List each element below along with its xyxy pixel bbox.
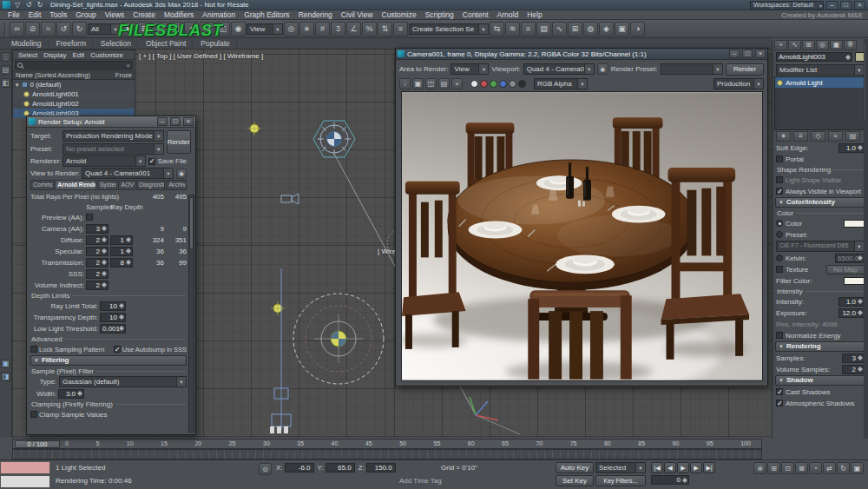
undo-icon[interactable]: ↺ (24, 1, 33, 10)
area-to-render-dropdown[interactable]: View (450, 63, 489, 75)
menu-item[interactable]: Content (458, 10, 493, 19)
explorer-row[interactable]: ArnoldLight001 (13, 89, 135, 99)
zoom-extents-all-icon[interactable]: ⊠ (795, 462, 808, 474)
light-color-swatch[interactable] (844, 220, 865, 228)
display-rgb-button[interactable] (470, 80, 478, 88)
tab-diagnostics[interactable]: Diagnostics (136, 180, 165, 190)
lock-viewport-icon[interactable]: ◉ (597, 63, 608, 75)
selection-lock-icon[interactable]: ⊙ (259, 463, 272, 475)
workspaces-dropdown[interactable]: Workspaces: Default (750, 1, 824, 10)
menu-item[interactable]: Modifiers (160, 10, 198, 19)
display-mono-button[interactable] (509, 80, 516, 88)
ribbon-tab[interactable]: Modeling (5, 39, 49, 48)
command-panel-scrollbar[interactable] (864, 39, 868, 439)
viewport-label[interactable]: [ + ] [ Top ] [ User Defined ] [ Wirefra… (139, 52, 263, 60)
save-image-icon[interactable]: ↓ (399, 78, 411, 89)
maxscript-mini-listener-macro[interactable] (0, 461, 50, 474)
always-visible-checkbox[interactable] (776, 188, 783, 195)
ribbon-tab[interactable]: Freeform (50, 39, 93, 48)
dock-icon[interactable]: ◨ (1, 372, 10, 381)
go-to-end-button[interactable]: ▶| (703, 462, 715, 473)
close-button[interactable]: × (755, 50, 766, 58)
maximize-button[interactable]: □ (742, 50, 753, 58)
preset-radio[interactable] (776, 231, 783, 238)
samples-spinner[interactable]: 2 (86, 281, 108, 290)
orbit-icon[interactable]: ↻ (837, 462, 850, 474)
menu-item[interactable]: Customize (378, 10, 421, 19)
depth-spinner[interactable]: 10 (100, 313, 126, 322)
undo-icon[interactable]: ↺ (56, 22, 71, 36)
filter-type-dropdown[interactable]: Gaussian (default) (59, 376, 187, 387)
menu-item[interactable]: Group (71, 10, 101, 19)
render-button[interactable]: Render (167, 130, 191, 154)
preset-dropdown[interactable]: No preset selected (62, 143, 164, 155)
minimize-button[interactable]: – (826, 1, 838, 10)
coordinate-display[interactable]: Y:65.0 (318, 463, 355, 472)
display-alpha-button[interactable] (518, 80, 526, 88)
texture-checkbox[interactable] (776, 266, 783, 273)
normalize-energy-checkbox[interactable] (776, 332, 783, 339)
volume-samples-spinner[interactable]: 2 (842, 365, 865, 374)
renderer-dropdown[interactable]: Arnold (62, 155, 146, 167)
frozen-column-header[interactable]: Froze (115, 71, 132, 79)
samples-spinner[interactable]: 2 (86, 247, 108, 256)
curve-editor-icon[interactable]: ∿ (552, 22, 567, 36)
render-setup-titlebar[interactable]: Render Setup: Arnold – □ × (27, 116, 195, 128)
selection-filter-dropdown[interactable]: All (88, 23, 121, 35)
filter-width-spinner[interactable]: 3.0 (58, 389, 84, 399)
add-time-tag[interactable]: Add Time Tag (399, 477, 442, 485)
create-tab-icon[interactable]: + (774, 40, 787, 50)
scene-explorer-menu-item[interactable]: Display (41, 51, 69, 59)
spinner-snap-icon[interactable]: ⇅ (378, 22, 392, 36)
time-slider[interactable]: 0 / 100 05101520253035404550556065707580… (12, 439, 762, 449)
explorer-row[interactable]: ArnoldLight002 (13, 99, 135, 109)
scene-explorer-menu-item[interactable]: Select (16, 51, 40, 59)
rfw-viewport-dropdown[interactable]: Quad 4 - Camera001 (523, 63, 595, 75)
minimize-button[interactable]: – (729, 50, 740, 58)
target-dropdown[interactable]: Production Rendering Mode (62, 130, 164, 142)
track-bar[interactable] (12, 449, 762, 459)
clear-search-icon[interactable]: × (126, 62, 130, 69)
display-green-button[interactable] (490, 80, 497, 88)
menu-item[interactable]: Graph Editors (240, 10, 293, 19)
copy-image-icon[interactable]: ▣ (412, 78, 424, 89)
align-icon[interactable]: ≋ (505, 22, 520, 36)
texture-map-button[interactable]: No Map (826, 265, 865, 274)
zoom-extents-icon[interactable]: ⊡ (781, 462, 794, 474)
save-file-checkbox[interactable] (148, 158, 155, 165)
play-button[interactable]: ▶ (677, 462, 689, 473)
tab-system[interactable]: System (97, 180, 118, 190)
time-slider-handle[interactable]: 0 / 100 (15, 440, 60, 448)
menu-item[interactable]: File (3, 10, 24, 19)
select-and-place-icon[interactable]: ◉ (231, 22, 246, 36)
menu-item[interactable]: Create (128, 10, 160, 19)
view-to-render-dropdown[interactable]: Quad 4 - Camera001 (82, 168, 174, 179)
ribbon-tab[interactable]: Selection (95, 39, 138, 48)
modifier-stack[interactable]: Arnold Light (774, 76, 866, 130)
toolbar-handle[interactable] (4, 22, 7, 36)
pan-icon[interactable]: ⇄ (823, 462, 836, 474)
keyboard-override-icon[interactable]: # (315, 22, 330, 36)
cast-shadows-checkbox[interactable] (776, 388, 783, 395)
mirror-icon[interactable]: ⇆ (490, 22, 504, 36)
maximize-button[interactable]: □ (170, 117, 181, 126)
expander-icon[interactable] (16, 81, 19, 89)
menu-item[interactable]: Civil View (337, 10, 378, 19)
filter-color-swatch[interactable] (844, 277, 865, 285)
menu-item[interactable]: Scripting (421, 10, 458, 19)
select-and-manipulate-icon[interactable]: ∗ (299, 22, 314, 36)
clear-image-icon[interactable]: × (451, 78, 463, 89)
make-unique-icon[interactable]: ◇ (811, 131, 825, 142)
soft-edge-spinner[interactable]: 1.0 (838, 143, 865, 153)
ribbon-tab[interactable]: Object Paint (140, 39, 193, 48)
key-filters-button[interactable]: Key Filters... (595, 475, 646, 486)
render-setup-icon[interactable]: ◈ (599, 22, 614, 36)
dialog-scrollbar[interactable] (188, 195, 194, 433)
lock-view-icon[interactable]: ◉ (176, 169, 187, 179)
previous-frame-button[interactable]: ◀ (664, 462, 676, 473)
maximize-viewport-icon[interactable]: ▣ (851, 462, 864, 474)
ray-depth-spinner[interactable]: 1 (110, 235, 133, 245)
color-radio[interactable] (776, 220, 783, 227)
menu-item[interactable]: Help (523, 10, 546, 19)
scene-explorer-menu-item[interactable]: Edit (69, 51, 87, 59)
